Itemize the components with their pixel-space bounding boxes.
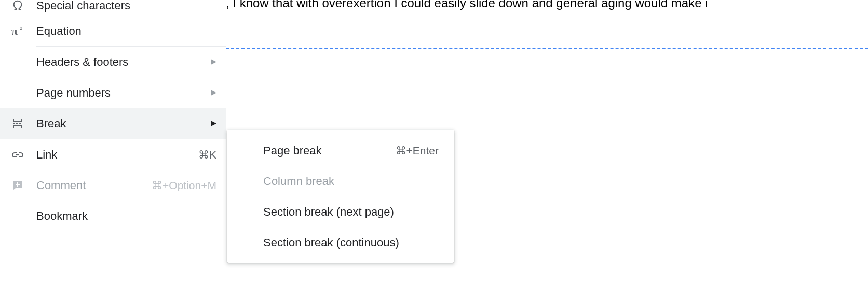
menu-item-special-characters[interactable]: Special characters xyxy=(0,0,226,16)
submenu-shortcut: ⌘+Enter xyxy=(396,144,439,157)
svg-text:π: π xyxy=(11,24,18,37)
menu-shortcut: ⌘+Option+M xyxy=(152,179,216,192)
menu-item-headers-footers[interactable]: Headers & footers xyxy=(0,47,226,77)
menu-item-break[interactable]: Break xyxy=(0,108,226,139)
submenu-label: Section break (continuous) xyxy=(263,236,439,249)
insert-menu-dropdown: Special characters π 2 Equation Headers … xyxy=(0,0,226,222)
menu-shortcut: ⌘K xyxy=(198,149,216,161)
submenu-item-column-break: Column break xyxy=(227,166,454,196)
menu-label: Break xyxy=(36,117,211,130)
chevron-right-icon xyxy=(211,59,216,65)
menu-item-link[interactable]: Link ⌘K xyxy=(0,139,226,170)
comment-icon xyxy=(11,179,36,192)
pi-icon: π 2 xyxy=(11,24,36,38)
submenu-label: Page break xyxy=(263,144,396,157)
menu-label: Page numbers xyxy=(36,86,211,100)
menu-item-comment: Comment ⌘+Option+M xyxy=(0,170,226,201)
menu-label: Headers & footers xyxy=(36,56,211,69)
svg-text:2: 2 xyxy=(20,25,22,31)
link-icon xyxy=(11,149,36,161)
submenu-item-page-break[interactable]: Page break ⌘+Enter xyxy=(227,135,454,166)
chevron-right-icon xyxy=(211,121,216,126)
menu-item-page-numbers[interactable]: Page numbers xyxy=(0,77,226,108)
submenu-item-section-continuous[interactable]: Section break (continuous) xyxy=(227,227,454,258)
page-break-icon xyxy=(11,117,36,130)
omega-icon xyxy=(11,0,36,11)
menu-label: Equation xyxy=(36,24,216,38)
page-break-indicator xyxy=(226,48,868,49)
submenu-label: Column break xyxy=(263,175,439,188)
submenu-item-section-next[interactable]: Section break (next page) xyxy=(227,196,454,227)
menu-label: Comment xyxy=(36,179,152,192)
menu-label: Special characters xyxy=(36,0,216,11)
menu-label: Bookmark xyxy=(36,210,216,222)
menu-label: Link xyxy=(36,148,198,162)
document-body-text[interactable]: , I know that with overexertion I could … xyxy=(226,0,708,10)
chevron-right-icon xyxy=(211,90,216,96)
submenu-label: Section break (next page) xyxy=(263,205,439,219)
menu-item-bookmark[interactable]: Bookmark xyxy=(0,201,226,222)
break-submenu: Page break ⌘+Enter Column break Section … xyxy=(227,130,454,263)
menu-item-equation[interactable]: π 2 Equation xyxy=(0,16,226,46)
